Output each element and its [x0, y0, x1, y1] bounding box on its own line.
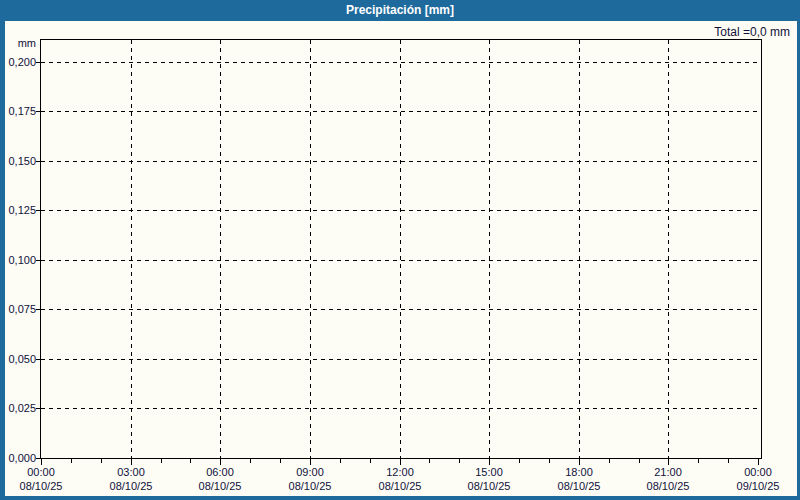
x-tick-label: 18:0008/10/25 [544, 465, 614, 493]
x-minor-tick-mark [161, 459, 162, 463]
x-tick-time: 06:00 [185, 465, 255, 479]
v-gridline [220, 40, 221, 458]
x-minor-tick-mark [190, 459, 191, 463]
y-tick-label: 0,050 [5, 352, 36, 366]
x-tick-label: 03:0008/10/25 [96, 465, 166, 493]
chart-content: Total =0,0 mm mm 0,0000,0250,0500,0750,1… [5, 21, 797, 496]
y-tick-mark [36, 210, 40, 211]
x-tick-time: 00:00 [723, 465, 793, 479]
x-minor-tick-mark [370, 459, 371, 463]
x-tick-label: 00:0009/10/25 [723, 465, 793, 493]
v-gridline [668, 40, 669, 458]
v-gridline [579, 40, 580, 458]
v-gridline [400, 40, 401, 458]
v-gridline [131, 40, 132, 458]
x-tick-label: 06:0008/10/25 [185, 465, 255, 493]
x-minor-tick-mark [609, 459, 610, 463]
x-tick-date: 08/10/25 [185, 479, 255, 493]
total-label: Total =0,0 mm [714, 25, 790, 39]
chart-title: Precipitación [mm] [346, 3, 454, 17]
y-tick-label: 0,175 [5, 104, 36, 118]
x-tick-date: 08/10/25 [454, 479, 524, 493]
x-tick-date: 08/10/25 [633, 479, 703, 493]
y-axis-unit-label: mm [5, 37, 36, 49]
x-minor-tick-mark [250, 459, 251, 463]
y-tick-mark [36, 309, 40, 310]
chart-window: Precipitación [mm] Total =0,0 mm mm 0,00… [0, 0, 800, 500]
y-tick-mark [36, 408, 40, 409]
y-tick-label: 0,100 [5, 253, 36, 267]
x-minor-tick-mark [340, 459, 341, 463]
x-tick-date: 09/10/25 [723, 479, 793, 493]
v-gridline [489, 40, 490, 458]
x-tick-label: 15:0008/10/25 [454, 465, 524, 493]
x-tick-date: 08/10/25 [275, 479, 345, 493]
x-tick-date: 08/10/25 [6, 479, 76, 493]
y-tick-mark [36, 111, 40, 112]
x-minor-tick-mark [639, 459, 640, 463]
x-tick-label: 00:0008/10/25 [6, 465, 76, 493]
x-minor-tick-mark [728, 459, 729, 463]
y-tick-label: 0,150 [5, 154, 36, 168]
x-tick-date: 08/10/25 [544, 479, 614, 493]
y-tick-label: 0,000 [5, 451, 36, 465]
x-tick-label: 09:0008/10/25 [275, 465, 345, 493]
x-tick-date: 08/10/25 [96, 479, 166, 493]
y-tick-mark [36, 260, 40, 261]
y-tick-label: 0,075 [5, 302, 36, 316]
plot-area [40, 39, 762, 459]
x-tick-time: 18:00 [544, 465, 614, 479]
y-tick-label: 0,200 [5, 55, 36, 69]
x-tick-time: 15:00 [454, 465, 524, 479]
y-tick-mark [36, 161, 40, 162]
x-tick-time: 00:00 [6, 465, 76, 479]
y-tick-label: 0,125 [5, 203, 36, 217]
chart-title-bar: Precipitación [mm] [0, 0, 800, 21]
y-tick-mark [36, 458, 40, 459]
y-tick-mark [36, 62, 40, 63]
y-tick-label: 0,025 [5, 401, 36, 415]
x-minor-tick-mark [549, 459, 550, 463]
x-minor-tick-mark [459, 459, 460, 463]
x-minor-tick-mark [280, 459, 281, 463]
v-gridline [310, 40, 311, 458]
x-minor-tick-mark [429, 459, 430, 463]
x-tick-time: 12:00 [365, 465, 435, 479]
y-tick-mark [36, 359, 40, 360]
x-tick-time: 21:00 [633, 465, 703, 479]
x-tick-date: 08/10/25 [365, 479, 435, 493]
x-tick-time: 09:00 [275, 465, 345, 479]
x-minor-tick-mark [698, 459, 699, 463]
x-tick-time: 03:00 [96, 465, 166, 479]
x-minor-tick-mark [101, 459, 102, 463]
x-tick-label: 21:0008/10/25 [633, 465, 703, 493]
x-minor-tick-mark [519, 459, 520, 463]
x-tick-label: 12:0008/10/25 [365, 465, 435, 493]
x-minor-tick-mark [71, 459, 72, 463]
